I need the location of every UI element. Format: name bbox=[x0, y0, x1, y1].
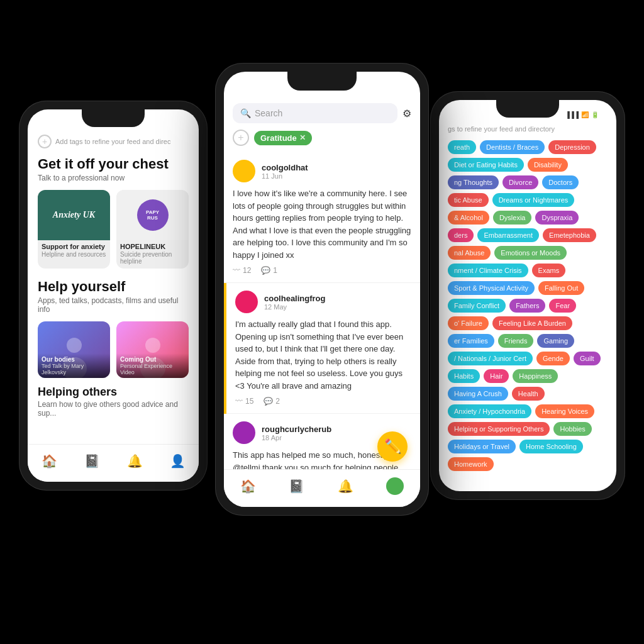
active-tag-gratitude[interactable]: Gratitude ✕ bbox=[254, 131, 312, 145]
add-tag-button[interactable]: + bbox=[233, 130, 249, 146]
wave-icon: 〰 bbox=[233, 266, 240, 275]
center-nav-book[interactable]: 📓 bbox=[289, 479, 304, 494]
comment-icon-2: 💬 bbox=[264, 397, 273, 406]
search-bar: 🔍 Search ⚙ bbox=[233, 103, 411, 123]
tag-row: + Gratitude ✕ bbox=[224, 130, 420, 152]
tag-chip[interactable]: o' Failure bbox=[448, 316, 489, 330]
nav-person[interactable]: 👤 bbox=[170, 453, 186, 469]
post-2-comments[interactable]: 💬 2 bbox=[264, 397, 280, 406]
tags-grid: reathDentists / BracesDepressionDiet or … bbox=[448, 140, 608, 471]
tag-chip[interactable]: Emotions or Moods bbox=[494, 246, 567, 260]
help-card-2-title: Coming Out bbox=[120, 356, 185, 363]
tag-chip[interactable]: Feeling Like A Burden bbox=[492, 316, 572, 330]
tag-chip[interactable]: Hobbies bbox=[553, 422, 591, 436]
search-input-wrap[interactable]: 🔍 Search bbox=[233, 103, 397, 123]
right-status-bar: ▐▐▐ 📶 🔋 bbox=[565, 111, 599, 118]
tag-chip[interactable]: Dyslexia bbox=[493, 211, 532, 225]
tag-chip[interactable]: Dreams or Nightmares bbox=[492, 193, 575, 207]
tag-chip[interactable]: Exams bbox=[532, 264, 566, 277]
center-bottom-nav: 🏠 📓 🔔 bbox=[224, 469, 420, 507]
tag-chip[interactable]: Fathers bbox=[509, 299, 545, 313]
tag-chip[interactable]: Happiness bbox=[513, 369, 558, 383]
post-1-avatar bbox=[233, 160, 255, 182]
tag-chip[interactable]: Hair bbox=[484, 369, 509, 383]
tag-chip[interactable]: ders bbox=[448, 228, 474, 242]
tag-chip[interactable]: Helping or Supporting Others bbox=[448, 422, 550, 436]
tag-chip[interactable]: Gende bbox=[536, 352, 570, 365]
tag-chip[interactable]: tic Abuse bbox=[448, 193, 489, 207]
post-1-header: coolgoldhat 11 Jun bbox=[233, 160, 411, 182]
post-1-text: I love how it's like we're a community h… bbox=[233, 187, 411, 261]
help-card-1-title: Our bodies bbox=[42, 356, 106, 363]
help-card-2-overlay: Coming Out Personal Experience Video bbox=[116, 353, 189, 378]
tag-chip[interactable]: Diet or Eating Habits bbox=[448, 158, 524, 172]
right-top-text: gs to refine your feed and directory bbox=[448, 125, 608, 133]
tag-chip[interactable]: Doctors bbox=[542, 175, 579, 189]
center-nav-bell[interactable]: 🔔 bbox=[338, 479, 353, 494]
help-card-2[interactable]: Coming Out Personal Experience Video bbox=[116, 321, 189, 378]
help-card-1-overlay: Our bodies Ted Talk by Mary Jelkovsky bbox=[38, 353, 110, 378]
wifi-icon: 📶 bbox=[581, 111, 589, 118]
center-phone: 🔍 Search ⚙ + Gratitude ✕ bbox=[215, 63, 429, 516]
anxiety-uk-sublabel: Helpline and resources bbox=[38, 251, 110, 262]
nav-bell[interactable]: 🔔 bbox=[127, 453, 143, 469]
post-2-actions: 〰 15 💬 2 bbox=[235, 397, 411, 406]
tag-chip[interactable]: Homework bbox=[448, 457, 494, 471]
help-card-1[interactable]: Our bodies Ted Talk by Mary Jelkovsky bbox=[38, 321, 110, 378]
tag-chip[interactable]: Anxiety / Hypochondria bbox=[448, 404, 531, 418]
tag-chip[interactable]: Having A Crush bbox=[448, 387, 508, 401]
post-2[interactable]: coolhealingfrog 12 May I'm actually real… bbox=[226, 283, 420, 414]
post-2-waves[interactable]: 〰 15 bbox=[235, 397, 253, 406]
tag-chip[interactable]: Home Schooling bbox=[519, 440, 583, 453]
post-1[interactable]: coolgoldhat 11 Jun I love how it's like … bbox=[224, 152, 420, 283]
post-1-waves[interactable]: 〰 12 bbox=[233, 266, 251, 275]
tag-chip[interactable]: / Nationals / Junior Cert bbox=[448, 352, 533, 365]
nav-home[interactable]: 🏠 bbox=[42, 453, 57, 469]
papyrus-label: HOPELINEUK bbox=[116, 240, 189, 251]
post-1-comment-count: 1 bbox=[273, 266, 277, 275]
center-nav-home[interactable]: 🏠 bbox=[240, 479, 256, 494]
posts-container: coolgoldhat 11 Jun I love how it's like … bbox=[224, 152, 420, 469]
tag-remove-icon[interactable]: ✕ bbox=[299, 133, 306, 142]
tag-chip[interactable]: Depression bbox=[548, 140, 596, 154]
compose-button[interactable]: ✏️ bbox=[377, 431, 408, 462]
add-tags-button[interactable]: + bbox=[38, 135, 52, 148]
tag-chip[interactable]: Dyspraxia bbox=[535, 211, 579, 225]
post-1-comments[interactable]: 💬 1 bbox=[261, 266, 277, 275]
tag-chip[interactable]: Health bbox=[512, 387, 545, 401]
tag-chip[interactable]: Falling Out bbox=[538, 281, 584, 295]
post-1-actions: 〰 12 💬 1 bbox=[233, 266, 411, 275]
tag-chip[interactable]: reath bbox=[448, 140, 476, 154]
tag-chip[interactable]: Disability bbox=[528, 158, 568, 172]
tag-chip[interactable]: Emetephobia bbox=[543, 228, 596, 242]
anxiety-uk-label: Support for anxiety bbox=[38, 240, 110, 251]
filter-icon[interactable]: ⚙ bbox=[402, 108, 411, 119]
tag-chip[interactable]: Dentists / Braces bbox=[480, 140, 545, 154]
tag-chip[interactable]: Hearing Voices bbox=[535, 404, 594, 418]
center-nav-circle[interactable] bbox=[386, 477, 404, 495]
tag-chip[interactable]: Holidays or Travel bbox=[448, 440, 516, 453]
tag-chip[interactable]: nal Abuse bbox=[448, 246, 491, 260]
tag-chip[interactable]: Embarrassment bbox=[477, 228, 539, 242]
tag-chip[interactable]: Gaming bbox=[537, 334, 574, 348]
nav-book[interactable]: 📓 bbox=[84, 453, 100, 469]
anxiety-uk-card[interactable]: Anxiety UK Support for anxiety Helpline … bbox=[38, 190, 110, 269]
tag-chip[interactable]: ng Thoughts bbox=[448, 175, 499, 189]
tag-chip[interactable]: Friends bbox=[498, 334, 534, 348]
papyrus-card[interactable]: PAPYRUS HOPELINEUK Suicide prevention he… bbox=[116, 190, 189, 269]
tag-chip[interactable]: Habits bbox=[448, 369, 480, 383]
tag-chip[interactable]: Guilt bbox=[574, 352, 601, 365]
tag-chip[interactable]: er Families bbox=[448, 334, 494, 348]
post-1-wave-count: 12 bbox=[243, 266, 251, 275]
tag-chip[interactable]: Fear bbox=[549, 299, 576, 313]
tag-chip[interactable]: Sport & Physical Activity bbox=[448, 281, 535, 295]
left-bottom-nav: 🏠 📓 🔔 👤 bbox=[28, 444, 199, 482]
post-3-avatar bbox=[233, 421, 255, 444]
tag-chip[interactable]: Family Conflict bbox=[448, 299, 506, 313]
tag-chip[interactable]: & Alcohol bbox=[448, 211, 489, 225]
tag-chip[interactable]: nment / Climate Crisis bbox=[448, 264, 528, 277]
tag-chip[interactable]: Divorce bbox=[502, 175, 538, 189]
post-1-date: 11 Jun bbox=[262, 172, 308, 180]
left-phone: + Add tags to refine your feed and direc… bbox=[19, 101, 208, 491]
battery-icon: 🔋 bbox=[591, 111, 599, 118]
